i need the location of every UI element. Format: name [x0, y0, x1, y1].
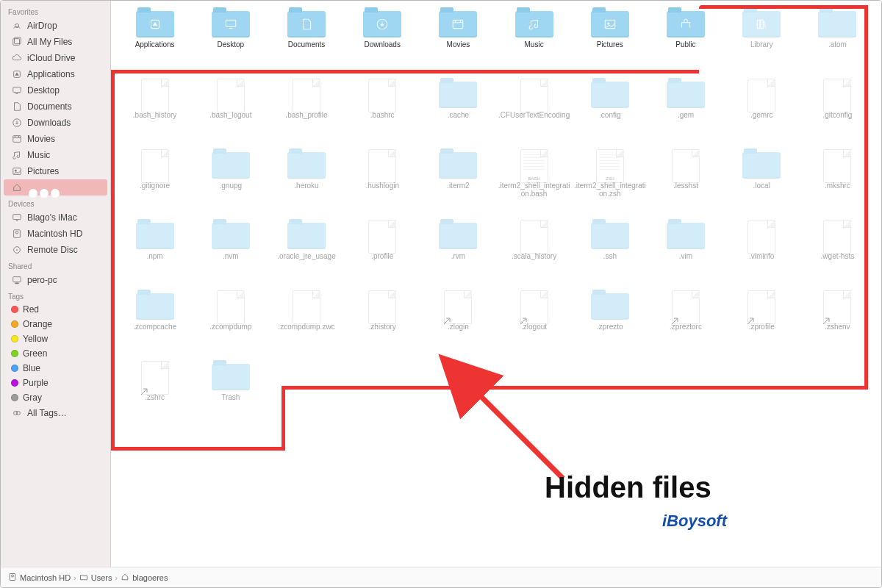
folder-item[interactable]: .heroku: [270, 149, 343, 215]
folder-item[interactable]: Downloads: [346, 8, 419, 74]
folder-item[interactable]: .local: [725, 149, 798, 215]
sidebar-item[interactable]: Macintosh HD: [1, 226, 110, 242]
file-item[interactable]: .bash_logout: [194, 79, 267, 145]
sidebar-item[interactable]: Desktop: [1, 82, 110, 98]
sidebar-item[interactable]: All Tags…: [1, 405, 110, 421]
sidebar-item[interactable]: Applications: [1, 66, 110, 82]
folder-item[interactable]: .rvm: [422, 220, 495, 286]
folder-item[interactable]: Pictures: [573, 8, 646, 74]
sidebar-item[interactable]: Purple: [1, 376, 110, 390]
sidebar-item-label: Applications: [27, 69, 75, 79]
file-item[interactable]: .zprofile: [725, 290, 798, 356]
file-item[interactable]: .gemrc: [725, 79, 798, 145]
file-item[interactable]: BASH.iterm2_shell_integration.bash: [498, 149, 570, 215]
folder-item[interactable]: .npm: [118, 220, 191, 286]
file-item[interactable]: .gitignore: [118, 149, 191, 215]
redaction-dots: [29, 189, 60, 198]
folder-item[interactable]: Library: [725, 8, 798, 74]
folder-icon: [667, 223, 705, 249]
folder-item[interactable]: Documents: [270, 8, 343, 74]
sidebar-item-label: Yellow: [23, 334, 48, 344]
folder-item[interactable]: Movies: [422, 8, 495, 74]
folder-item[interactable]: Applications: [118, 8, 191, 74]
file-icon: [747, 79, 775, 112]
path-segment[interactable]: Macintosh HD: [8, 573, 71, 583]
sidebar-item[interactable]: Documents: [1, 98, 110, 115]
sidebar-item[interactable]: Blago's iMac: [1, 209, 110, 226]
path-segment[interactable]: Users: [79, 573, 112, 583]
folder-item[interactable]: .ssh: [573, 220, 646, 286]
file-item[interactable]: .zshenv: [801, 290, 874, 356]
folder-item[interactable]: Public: [649, 8, 722, 74]
folder-item[interactable]: Trash: [194, 361, 267, 427]
disk-icon: [11, 228, 23, 240]
sidebar-item[interactable]: pero-pc: [1, 272, 110, 288]
sidebar-section-header: Tags: [1, 288, 110, 302]
file-icon: ZSH: [596, 149, 624, 183]
file-item[interactable]: .scala_history: [498, 220, 570, 286]
sidebar-item[interactable]: iCloud Drive: [1, 50, 110, 66]
tag-dot-icon: [11, 335, 18, 343]
file-item[interactable]: .mkshrc: [801, 149, 874, 215]
sidebar-item[interactable]: Pictures: [1, 163, 110, 179]
svg-point-13: [16, 249, 18, 251]
sidebar-item[interactable]: Remote Disc: [1, 242, 110, 258]
file-item[interactable]: .profile: [346, 220, 419, 286]
sidebar-item-label: Blue: [23, 363, 40, 373]
file-item[interactable]: .hushlogin: [346, 149, 419, 215]
sidebar-item[interactable]: Music: [1, 147, 110, 163]
folder-item[interactable]: .nvm: [194, 220, 267, 286]
file-icon: [444, 290, 472, 324]
file-item[interactable]: .viminfo: [725, 220, 798, 286]
file-item[interactable]: .gitconfig: [801, 79, 874, 145]
item-label: .npm: [146, 252, 162, 260]
item-label: .zlogout: [521, 323, 547, 331]
sidebar-item[interactable]: Blue: [1, 361, 110, 376]
sidebar-item-label: Macintosh HD: [27, 229, 82, 239]
sidebar-item[interactable]: Red: [1, 302, 110, 317]
folder-item[interactable]: .zprezto: [573, 290, 646, 356]
folder-item[interactable]: Music: [498, 8, 570, 74]
file-item[interactable]: .bash_history: [118, 79, 191, 145]
folder-item[interactable]: .atom: [801, 8, 874, 74]
home-icon: [121, 573, 129, 583]
folder-item[interactable]: .iterm2: [422, 149, 495, 215]
folder-item[interactable]: .gnupg: [194, 149, 267, 215]
desktop-icon: [11, 85, 23, 96]
sidebar-item[interactable]: Movies: [1, 131, 110, 147]
file-icon: [672, 290, 700, 324]
file-item[interactable]: .CFUserTextEncoding: [498, 79, 570, 145]
sidebar-item[interactable]: Downloads: [1, 115, 110, 131]
sidebar-item[interactable]: Orange: [1, 317, 110, 331]
tag-dot-icon: [11, 306, 18, 313]
file-item[interactable]: .lesshst: [649, 149, 722, 215]
folder-item[interactable]: .oracle_jre_usage: [270, 220, 343, 286]
sidebar-item-label: Documents: [27, 101, 72, 112]
file-item[interactable]: .zlogin: [422, 290, 495, 356]
sidebar-item[interactable]: AirDrop: [1, 18, 110, 34]
file-item[interactable]: .bash_profile: [270, 79, 343, 145]
sidebar-item[interactable]: All My Files: [1, 34, 110, 50]
folder-item[interactable]: .zcompcache: [118, 290, 191, 356]
file-item[interactable]: .zcompdump.zwc: [270, 290, 343, 356]
item-label: .ssh: [603, 252, 617, 260]
file-item[interactable]: .zcompdump: [194, 290, 267, 356]
file-item[interactable]: .wget-hsts: [801, 220, 874, 286]
sidebar-item[interactable]: Gray: [1, 390, 110, 405]
item-label: .atom: [828, 40, 847, 49]
file-item[interactable]: .zshrc: [118, 361, 191, 427]
folder-item[interactable]: .config: [573, 79, 646, 145]
folder-item[interactable]: Desktop: [194, 8, 267, 74]
folder-item[interactable]: .cache: [422, 79, 495, 145]
file-item[interactable]: ZSH.iterm2_shell_integration.zsh: [573, 149, 646, 215]
file-item[interactable]: .zlogout: [498, 290, 570, 356]
path-segment[interactable]: blagoeres: [121, 573, 168, 583]
file-item[interactable]: .zpreztorc: [649, 290, 722, 356]
folder-item[interactable]: .vim: [649, 220, 722, 286]
sidebar-item[interactable]: Green: [1, 346, 110, 361]
file-item[interactable]: .bashrc: [346, 79, 419, 145]
file-item[interactable]: .zhistory: [346, 290, 419, 356]
folder-item[interactable]: .gem: [649, 79, 722, 145]
sidebar-item[interactable]: Yellow: [1, 331, 110, 346]
finder-content: ApplicationsDesktopDocumentsDownloadsMov…: [111, 1, 881, 567]
